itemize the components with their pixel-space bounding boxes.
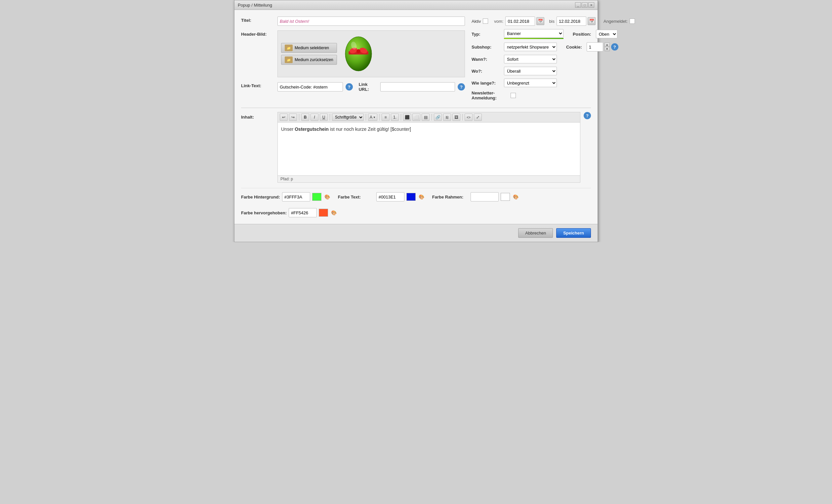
farbe-hervorgehoben-picker[interactable]: 🎨: [330, 209, 338, 217]
fullscreen-button[interactable]: ⤢: [474, 114, 482, 121]
subshop-label: Subshop:: [472, 45, 501, 50]
vom-calendar-button[interactable]: 📅: [536, 17, 544, 25]
editor-container: ↩ ↪ B I U Schriftgröße 8 10 12 14: [278, 112, 580, 183]
medium-selektieren-label: Medium selektieren: [295, 46, 329, 50]
sep-2: [330, 114, 330, 120]
unordered-list-button[interactable]: ≡: [382, 114, 390, 121]
typ-select[interactable]: Banner Popup Hinweis: [504, 29, 564, 38]
vom-label: vom:: [494, 19, 503, 24]
bis-calendar-button[interactable]: 📅: [588, 17, 596, 25]
medium-zuruecksetzen-button[interactable]: 📁 Medium zurücksetzen: [281, 55, 337, 65]
farbe-text-label: Farbe Text:: [338, 195, 374, 199]
farbe-rahmen-swatch[interactable]: [501, 193, 510, 201]
right-column: Aktiv vom: 📅 bis 📅: [472, 17, 610, 104]
underline-button[interactable]: U: [320, 114, 328, 121]
farbe-hervorgehoben-input[interactable]: [289, 208, 317, 217]
align-right-button[interactable]: ▤: [422, 114, 430, 121]
aktiv-row: Aktiv vom: 📅 bis 📅: [472, 17, 610, 26]
sep-7: [462, 114, 463, 120]
sep-4: [379, 114, 380, 120]
link-url-input[interactable]: [380, 82, 455, 91]
editor-help-button[interactable]: ?: [584, 112, 591, 119]
bold-button[interactable]: B: [301, 114, 309, 121]
cookie-label: Cookie:: [566, 45, 582, 50]
header-bild-label: Header-Bild:: [241, 30, 274, 37]
position-label: Position:: [573, 32, 591, 37]
wo-select[interactable]: Überall Startseite Produktseite: [504, 67, 557, 75]
wielange-select[interactable]: Unbegrenzt Einmalig X Tage: [504, 79, 557, 87]
cancel-button[interactable]: Abbrechen: [518, 228, 553, 238]
farbe-rahmen-input[interactable]: [471, 192, 499, 201]
save-button[interactable]: Speichern: [556, 228, 591, 238]
farbe-hervorgehoben-swatch[interactable]: [319, 209, 328, 217]
cookie-input[interactable]: [587, 42, 603, 52]
main-window: Popup / Mitteilung _ □ ✕ Titel: Header-B: [234, 0, 598, 242]
image-button[interactable]: 🖼: [452, 114, 460, 121]
newsletter-checkbox[interactable]: [511, 93, 516, 98]
farbe-hintergrund-swatch[interactable]: [312, 193, 321, 201]
color-section: Farbe Hintergrund: 🎨 Farbe Text: 🎨 Farbe…: [241, 188, 591, 217]
newsletter-label: Newsletter-Anmeldung:: [472, 90, 508, 101]
farbe-text-input[interactable]: [376, 192, 405, 201]
medium-selektieren-button[interactable]: 📁 Medium selektieren: [281, 43, 337, 53]
link-row: Link-Text: ? Link URL: ?: [241, 82, 465, 92]
ordered-list-button[interactable]: 1.: [391, 114, 399, 121]
header-bild-control: 📁 Medium selektieren 📁 Medium zurücksetz…: [278, 30, 465, 77]
titlebar: Popup / Mitteilung _ □ ✕: [234, 0, 598, 10]
wann-select[interactable]: Sofort Nach X Sekunden Beim Scrollen: [504, 55, 557, 63]
typ-select-wrap: Banner Popup Hinweis: [504, 29, 564, 39]
egg-svg: [342, 34, 375, 74]
farbe-text-item: Farbe Text: 🎨: [338, 192, 425, 201]
farbe-text-picker[interactable]: 🎨: [418, 193, 425, 201]
editor-footer: Pfad: p: [278, 175, 580, 182]
window-controls: _ □ ✕: [575, 2, 594, 8]
vom-section: vom: 📅: [494, 17, 544, 26]
align-center-button[interactable]: ⬜: [412, 114, 420, 121]
minimize-button[interactable]: _: [575, 2, 581, 8]
farbe-text-swatch[interactable]: [407, 193, 416, 201]
link-button[interactable]: 🔗: [434, 114, 442, 121]
italic-button[interactable]: I: [311, 114, 318, 121]
form-content: Titel: Header-Bild: 📁 Medium selek: [234, 10, 598, 224]
align-left-button[interactable]: ⬛: [403, 114, 411, 121]
farbe-rahmen-picker[interactable]: 🎨: [512, 193, 520, 201]
unlink-button[interactable]: ⛓: [443, 114, 451, 121]
undo-button[interactable]: ↩: [280, 114, 288, 121]
farbe-hintergrund-item: Farbe Hintergrund: 🎨: [241, 192, 331, 201]
position-select[interactable]: Oben Mitte Unten: [596, 30, 617, 38]
inhalt-label: Inhalt:: [241, 112, 274, 119]
titel-input[interactable]: [278, 17, 465, 26]
divider-1: [241, 108, 591, 108]
vom-input[interactable]: [505, 17, 535, 26]
cookie-wrap: ▲ ▼ ?: [587, 42, 618, 52]
farbe-hintergrund-input[interactable]: [282, 192, 310, 201]
bis-input[interactable]: [556, 17, 586, 26]
cookie-up-button[interactable]: ▲: [604, 43, 610, 47]
sep-3: [366, 114, 366, 120]
aktiv-checkbox[interactable]: [483, 19, 488, 24]
code-button[interactable]: <>: [465, 114, 472, 121]
media-icon-2: 📁: [285, 56, 293, 63]
link-text-input[interactable]: [278, 82, 343, 91]
cookie-down-button[interactable]: ▼: [604, 47, 610, 51]
wann-label: Wann?:: [472, 57, 501, 62]
editor-wrap: ↩ ↪ B I U Schriftgröße 8 10 12 14: [278, 112, 580, 183]
wielange-row: Wie lange?: Unbegrenzt Einmalig X Tage: [472, 79, 610, 87]
maximize-button[interactable]: □: [582, 2, 588, 8]
sep-1: [299, 114, 299, 120]
link-text-help-button[interactable]: ?: [345, 83, 353, 90]
font-color-button[interactable]: A ▼: [368, 114, 377, 121]
redo-button[interactable]: ↪: [289, 114, 297, 121]
pfad-label: Pfad: p: [280, 177, 293, 181]
angemeldet-checkbox[interactable]: [630, 19, 635, 24]
font-size-select[interactable]: Schriftgröße 8 10 12 14 16 18 24: [332, 114, 364, 121]
medium-zuruecksetzen-label: Medium zurücksetzen: [295, 57, 333, 62]
close-button[interactable]: ✕: [588, 2, 594, 8]
farbe-hintergrund-picker[interactable]: 🎨: [323, 193, 331, 201]
typ-position-row: Typ: Banner Popup Hinweis Position: Oben…: [472, 29, 610, 39]
subshop-select[interactable]: netzperfekt Shopware De: [504, 43, 557, 51]
egg-image-container: [340, 34, 376, 74]
editor-body[interactable]: Unser Ostergutschein ist nur noch kurze …: [278, 122, 580, 175]
cookie-help-button[interactable]: ?: [611, 43, 618, 51]
link-url-help-button[interactable]: ?: [458, 83, 465, 90]
